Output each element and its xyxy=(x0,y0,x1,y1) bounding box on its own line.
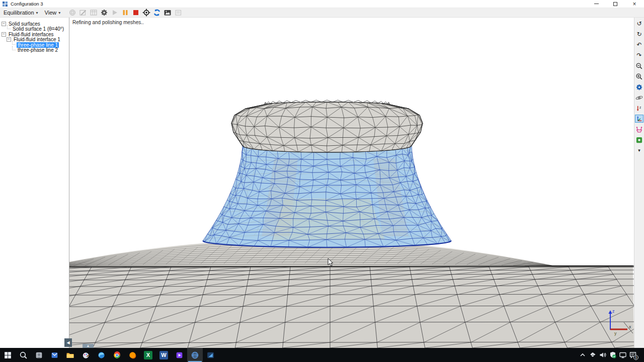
chevron-down-icon: ▾ xyxy=(58,11,60,15)
more-button[interactable]: ▾ xyxy=(635,146,643,154)
chevron-down-icon: ▾ xyxy=(36,11,38,15)
tree-item-three-phase-line-1[interactable]: three-phase line 1 xyxy=(0,42,69,48)
tray-chevron-up-icon[interactable] xyxy=(578,350,587,360)
system-tray: 1 xyxy=(578,350,644,360)
tray-dropbox-icon[interactable] xyxy=(588,350,597,360)
tilt-cw-button[interactable]: ↷ xyxy=(635,51,643,59)
settings-gear-button[interactable] xyxy=(100,9,108,17)
taskbar-paint-icon[interactable] xyxy=(78,348,94,362)
capture-button[interactable] xyxy=(635,136,643,144)
tree-item-fluid-fluid-interface-1[interactable]: −Fluid-fluid interface 1 xyxy=(0,37,69,43)
axis-z-button[interactable]: z xyxy=(635,104,643,112)
menu-label: Equilibration xyxy=(4,10,34,16)
taskbar-movies-icon[interactable] xyxy=(172,348,187,362)
taskbar-word-icon[interactable]: W xyxy=(156,348,172,362)
axes-xyz-button[interactable] xyxy=(635,115,643,123)
tree-item-label: Fluid-fluid interface 1 xyxy=(13,37,61,42)
stop-button[interactable] xyxy=(132,9,140,17)
tree-item-label: Solid surfaces xyxy=(8,21,41,27)
edit-mesh-button xyxy=(79,9,87,17)
taskbar-app-gray-icon[interactable] xyxy=(31,348,47,362)
taskbar-mesh-app-icon[interactable] xyxy=(187,348,203,362)
app-icon xyxy=(3,2,8,7)
grid-table-button xyxy=(90,9,98,17)
taskbar-start-button[interactable] xyxy=(0,348,16,362)
minimize-button[interactable] xyxy=(587,0,606,8)
orbit-button[interactable] xyxy=(635,94,643,102)
refresh-sync-button[interactable] xyxy=(153,9,161,17)
tree-item-label: Fluid-fluid interfaces xyxy=(8,32,54,37)
zoom-out-button[interactable] xyxy=(635,62,643,70)
svg-text:y: y xyxy=(614,331,617,336)
restore-button[interactable] xyxy=(606,0,625,8)
rotate-ccw-button[interactable]: ↺ xyxy=(635,20,643,28)
tray-notifications-icon[interactable]: 1 xyxy=(628,350,637,360)
tree-connector xyxy=(12,46,16,50)
tree-expander-icon[interactable]: − xyxy=(7,37,11,42)
tree-item-fluid-fluid-interfaces[interactable]: −Fluid-fluid interfaces xyxy=(0,32,69,37)
model-tree-panel: −Solid surfacesSolid surface 1 (θ=40°)−F… xyxy=(0,18,69,348)
taskbar-monitor-app-icon[interactable] xyxy=(203,348,218,362)
windows-taskbar: XW 1 xyxy=(0,348,644,362)
tree-item-label: Solid surface 1 (θ=40°) xyxy=(12,26,65,32)
toolbar xyxy=(68,9,182,17)
window-title: Configuration 3 xyxy=(11,1,43,7)
viewport-3d[interactable]: Refining and polishing meshes.. zyx xyxy=(69,18,634,348)
layout-button xyxy=(174,9,182,17)
hscroll-left-button[interactable]: ◀ xyxy=(64,338,72,347)
tree-connector xyxy=(7,25,11,29)
mesh-scene: zyx xyxy=(69,18,634,348)
svg-text:x: x xyxy=(629,324,631,329)
perspective-button[interactable] xyxy=(635,125,643,133)
tree-connector xyxy=(12,41,16,45)
tray-security-icon[interactable] xyxy=(608,350,617,360)
taskbar-app-blue-icon[interactable] xyxy=(47,348,62,362)
menu-label: View xyxy=(45,10,57,16)
close-button[interactable]: × xyxy=(625,0,644,8)
rotate-cw-button[interactable]: ↻ xyxy=(635,30,643,38)
target-view-button[interactable] xyxy=(142,9,150,17)
zoom-in-button[interactable] xyxy=(635,72,643,80)
tray-volume-icon[interactable] xyxy=(598,350,607,360)
tree-item-label: three-phase line 2 xyxy=(17,47,59,53)
taskbar-apps: XW xyxy=(0,348,218,362)
taskbar-search-button[interactable] xyxy=(16,348,31,362)
tree-expander-icon[interactable]: − xyxy=(2,32,6,37)
settings-button[interactable] xyxy=(635,83,643,91)
taskbar-edge-icon[interactable] xyxy=(94,348,109,362)
tree-expander-icon[interactable]: − xyxy=(2,22,6,26)
view-tool-rail: ↺↻↶↷z▾ xyxy=(634,18,644,348)
svg-text:z: z xyxy=(612,309,615,314)
tree-item-solid-surface-1-40[interactable]: Solid surface 1 (θ=40°) xyxy=(0,27,69,32)
taskbar-chrome-icon[interactable] xyxy=(109,348,125,362)
sphere-view-button xyxy=(68,9,76,17)
pause-button[interactable] xyxy=(121,9,129,17)
notification-badge: 1 xyxy=(633,355,638,360)
svg-text:z: z xyxy=(639,105,641,109)
taskbar-explorer-icon[interactable] xyxy=(62,348,78,362)
scroll-up-chip[interactable]: ▲ xyxy=(83,344,94,348)
taskbar-firefox-icon[interactable] xyxy=(125,348,140,362)
menu-equilibration[interactable]: Equilibration▾ xyxy=(0,9,41,17)
snapshot-image-button[interactable] xyxy=(164,9,172,17)
taskbar-excel-icon[interactable]: X xyxy=(140,348,156,362)
play-button xyxy=(111,9,119,17)
menu-toolbar: Equilibration▾View▾ xyxy=(0,8,644,18)
tree-item-three-phase-line-2[interactable]: three-phase line 2 xyxy=(0,48,69,53)
menus: Equilibration▾View▾ xyxy=(0,9,63,17)
tilt-ccw-button[interactable]: ↶ xyxy=(635,41,643,49)
menu-view[interactable]: View▾ xyxy=(41,9,64,17)
excel-letter: X xyxy=(144,351,152,359)
title-bar: Configuration 3 × xyxy=(0,0,644,8)
tree-item-label: three-phase line 1 xyxy=(17,42,59,48)
tray-display-icon[interactable] xyxy=(618,350,627,360)
word-letter: W xyxy=(159,351,168,359)
